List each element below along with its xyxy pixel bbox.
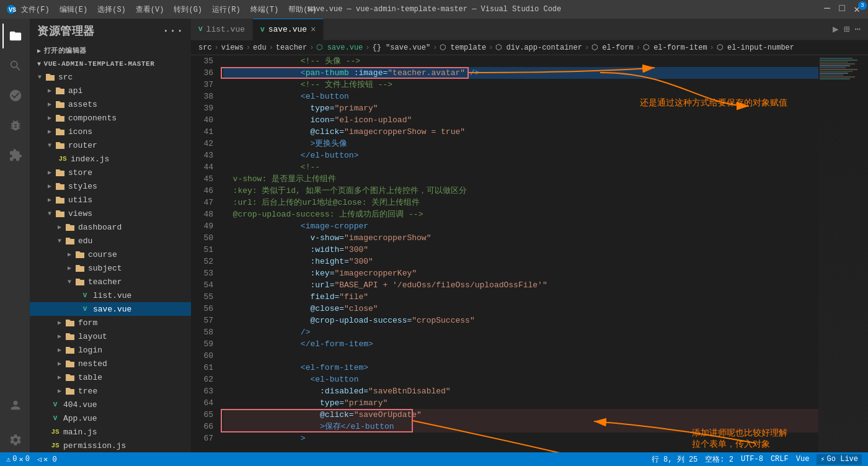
tree-item-course[interactable]: ▶ course — [30, 248, 191, 261]
tree-item-save-vue[interactable]: V save.vue — [30, 302, 191, 316]
tree-item-nested[interactable]: ▶ nested — [30, 357, 191, 370]
tree-item-tree[interactable]: ▶ tree — [30, 384, 191, 398]
code-line-66: >保存</el-button — [223, 421, 818, 432]
menu-view[interactable]: 查看(V) — [136, 4, 164, 15]
go-live-icon: ⚡ — [820, 455, 825, 464]
code-line-36: <pan-thumb :image="teacher.avatar" /> — [223, 67, 818, 79]
tree-item-login[interactable]: ▶ login — [30, 343, 191, 357]
status-spaces[interactable]: 空格: 2 — [705, 454, 733, 465]
split-editor-icon[interactable]: ⊞ — [844, 23, 850, 35]
breadcrumb-container[interactable]: ⬡ div.app-container — [495, 43, 582, 52]
main-layout: 3 资源管理器 ··· ▶ 打开的编辑器 ▼ VUE-ADMIN-TEMPLAT… — [0, 19, 868, 452]
menu-edit[interactable]: 编辑(E) — [60, 4, 88, 15]
tree-item-utils[interactable]: ▶ utils — [30, 193, 191, 207]
git-icon[interactable] — [2, 83, 27, 108]
breadcrumb-edu[interactable]: edu — [253, 43, 267, 52]
tab-close-button[interactable]: × — [311, 25, 316, 35]
window-title: save.vue — vue-admin-template-master — V… — [307, 5, 561, 14]
minimize-button[interactable]: ─ — [822, 3, 832, 16]
code-lines[interactable]: <!-- 头像 --> <pan-thumb :image="teacher.a… — [221, 55, 818, 452]
settings-icon[interactable] — [2, 428, 27, 452]
menu-select[interactable]: 选择(S) — [97, 4, 126, 15]
tree-item-store[interactable]: ▶ store — [30, 166, 191, 179]
code-line-51: :width="300" — [223, 244, 818, 256]
tree-item-edu[interactable]: ▼ edu — [30, 234, 191, 248]
code-line-41: @click="imagecropperShow = true" — [223, 126, 818, 138]
tree-item-api[interactable]: ▶ api — [30, 84, 191, 97]
maximize-button[interactable]: □ — [837, 3, 847, 16]
status-eol[interactable]: CRLF — [771, 454, 789, 465]
tab-save-vue[interactable]: V save.vue × — [253, 19, 324, 40]
tree-item-teacher[interactable]: ▼ teacher — [30, 275, 191, 289]
breadcrumb-template[interactable]: ⬡ template — [440, 43, 486, 52]
warning-icon: ✕ — [19, 455, 23, 464]
vscode-icon: VS — [6, 4, 16, 14]
menu-terminal[interactable]: 终端(T) — [250, 4, 279, 15]
code-line-37: <!-- 文件上传按钮 --> — [223, 79, 818, 91]
breadcrumb-save-obj[interactable]: {} "save.vue" — [372, 43, 430, 52]
tree-item-subject[interactable]: ▶ subject — [30, 261, 191, 275]
code-line-48: @crop-upload-success: 上传成功后的回调 --> — [223, 208, 818, 220]
debug-icon[interactable] — [2, 113, 27, 138]
tree-item-assets[interactable]: ▶ assets — [30, 97, 191, 111]
more-actions-icon[interactable]: ⋯ — [854, 23, 861, 35]
code-line-62: <el-button — [223, 374, 818, 385]
tree-item-icons[interactable]: ▶ icons — [30, 125, 191, 138]
window-controls[interactable]: ─ □ ✕ — [822, 3, 862, 16]
status-live-share[interactable]: ◁ ✕ 0 — [37, 455, 57, 464]
menu-file[interactable]: 文件(F) — [21, 4, 50, 15]
status-line-col[interactable]: 行 8, 列 25 — [652, 454, 698, 465]
breadcrumb-teacher[interactable]: teacher — [276, 43, 307, 52]
tree-item-views[interactable]: ▼ views — [30, 207, 191, 220]
tree-item-table[interactable]: ▶ table — [30, 370, 191, 384]
tab-list-vue-label: list.vue — [206, 25, 245, 34]
run-icon[interactable]: ▶ — [833, 23, 839, 35]
sidebar-header: 资源管理器 ··· — [30, 19, 191, 43]
tab-list-vue[interactable]: V list.vue — [191, 19, 253, 40]
breadcrumb-file[interactable]: ⬡ save.vue — [316, 43, 363, 52]
search-icon[interactable] — [2, 53, 27, 78]
tree-item-layout[interactable]: ▶ layout — [30, 329, 191, 343]
breadcrumb-src[interactable]: src — [198, 43, 212, 52]
status-go-live[interactable]: ⚡ Go Live — [817, 454, 862, 465]
code-line-45: v-show: 是否显示上传组件 — [223, 173, 818, 185]
tree-item-router[interactable]: ▼ router — [30, 138, 191, 152]
breadcrumb-el-form[interactable]: ⬡ el-form — [591, 43, 634, 52]
tree-item-permission-js[interactable]: JS permission.js — [30, 439, 191, 452]
tree-item-app-vue[interactable]: V App.vue — [30, 411, 191, 425]
menu-goto[interactable]: 转到(G) — [174, 4, 202, 15]
code-line-59: </el-form-item> — [223, 338, 818, 350]
sep1: › — [215, 43, 219, 52]
status-errors[interactable]: ⚠ 0 ✕ 0 — [6, 455, 30, 464]
account-icon[interactable]: 3 — [2, 393, 27, 418]
editor-panel: V list.vue V save.vue × ▶ ⊞ ⋯ src › view… — [191, 19, 868, 452]
menu-run[interactable]: 运行(R) — [212, 4, 241, 15]
sidebar-content[interactable]: ▶ 打开的编辑器 ▼ VUE-ADMIN-TEMPLATE-MASTER ▼ s… — [30, 43, 191, 452]
tree-item-src[interactable]: ▼ src — [30, 70, 191, 84]
tree-item-404[interactable]: V 404.vue — [30, 398, 191, 411]
tree-item-dashboard[interactable]: ▶ dashboard — [30, 220, 191, 234]
explorer-icon[interactable] — [2, 24, 27, 48]
code-line-47: :url: 后台上传的url地址@close: 关闭上传组件 — [223, 197, 818, 208]
status-lang[interactable]: Vue — [796, 454, 810, 465]
code-line-63: :disabled="saveBtnDisabled" — [223, 385, 818, 397]
tree-item-components[interactable]: ▶ components — [30, 111, 191, 125]
code-line-57: @crop-upload-success="cropSuccess" — [223, 315, 818, 326]
tree-item-index-js[interactable]: JS index.js — [30, 152, 191, 166]
project-tree-header[interactable]: ▼ VUE-ADMIN-TEMPLATE-MASTER — [30, 58, 191, 70]
tree-item-form[interactable]: ▶ form — [30, 316, 191, 329]
sidebar-more-button[interactable]: ··· — [162, 25, 184, 37]
extensions-icon[interactable] — [2, 143, 27, 168]
breadcrumb-views[interactable]: views — [221, 43, 244, 52]
code-line-54: :url="BASE_API + '/eduOss/fileOss/upload… — [223, 279, 818, 291]
tree-item-main-js[interactable]: JS main.js — [30, 425, 191, 439]
menu-bar[interactable]: 文件(F) 编辑(E) 选择(S) 查看(V) 转到(G) 运行(R) 终端(T… — [21, 4, 317, 15]
code-editor[interactable]: 35 36 37 38 39 40 41 42 43 44 45 46 47 4… — [191, 55, 818, 452]
editor-area: 35 36 37 38 39 40 41 42 43 44 45 46 47 4… — [191, 55, 868, 452]
breadcrumb-el-form-item[interactable]: ⬡ el-form-item — [643, 43, 707, 52]
breadcrumb-el-input[interactable]: ⬡ el-input-number — [717, 43, 794, 52]
open-editors-header[interactable]: ▶ 打开的编辑器 — [30, 43, 191, 58]
status-encoding[interactable]: UTF-8 — [741, 454, 763, 465]
tree-item-styles[interactable]: ▶ styles — [30, 179, 191, 193]
tree-item-list-vue[interactable]: V list.vue — [30, 289, 191, 302]
